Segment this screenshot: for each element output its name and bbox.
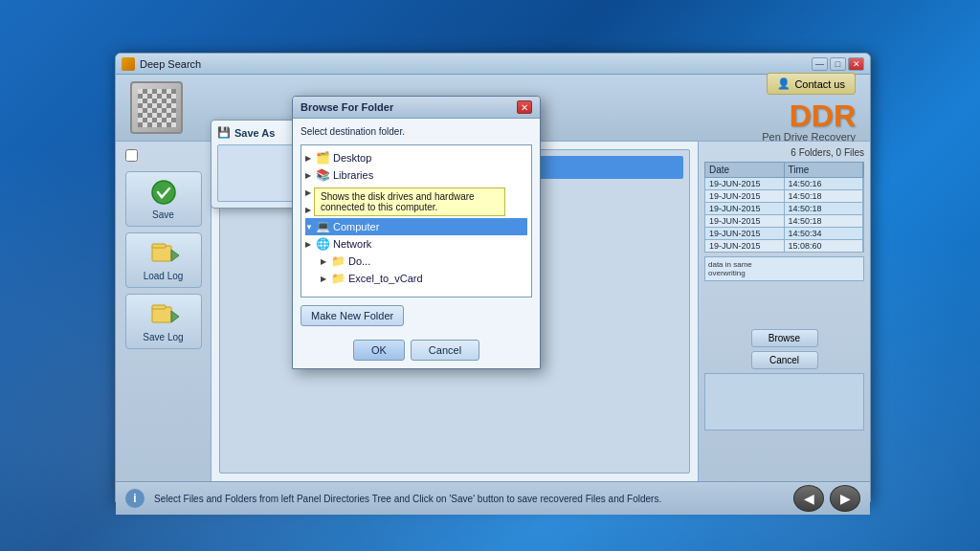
info-icon: i	[125, 489, 145, 508]
expand-arrow: ▶	[305, 240, 313, 249]
cancel-right-button[interactable]: Cancel	[751, 351, 818, 369]
tree-item-excel-vcard[interactable]: ▶ 📁 Excel_to_vCard	[305, 270, 527, 287]
network-label: Network	[333, 238, 371, 250]
expand-arrow: ▶	[321, 275, 328, 283]
time-cell: 14:50:34	[785, 228, 864, 239]
date-cell: 19-JUN-2015	[705, 190, 785, 202]
svg-marker-6	[171, 311, 179, 322]
browse-instruction: Select destination folder.	[301, 126, 532, 137]
browse-dialog: Browse For Folder ✕ Select destination f…	[292, 96, 541, 369]
browse-title: Browse For Folder	[301, 101, 393, 113]
time-cell: 14:50:18	[785, 215, 864, 227]
contact-button[interactable]: 👤 Contact us	[767, 73, 856, 95]
select-all-checkbox[interactable]	[125, 149, 138, 162]
table-row[interactable]: 19-JUN-201514:50:16	[704, 178, 864, 190]
table-header: Date Time	[704, 162, 864, 178]
close-button[interactable]: ✕	[848, 57, 864, 71]
window-controls: — □ ✕	[812, 57, 864, 71]
table-row[interactable]: 19-JUN-201514:50:18	[704, 203, 864, 215]
back-button[interactable]: ◀	[793, 485, 824, 512]
overwrite-note: data in sameoverwriting	[704, 256, 864, 281]
expand-arrow: ▶	[305, 154, 313, 163]
browse-close-button[interactable]: ✕	[517, 100, 532, 114]
svg-marker-3	[171, 250, 179, 261]
brand-name: DDR	[762, 100, 856, 131]
expand-arrow: ▶	[305, 206, 313, 214]
time-cell: 14:50:18	[785, 203, 864, 214]
computer-label: Computer	[333, 221, 379, 232]
time-cell: 14:50:18	[785, 190, 864, 202]
excel-vcard-label: Excel_to_vCard	[348, 273, 423, 284]
minimize-button[interactable]: —	[812, 57, 828, 71]
svg-point-0	[152, 181, 175, 204]
computer-icon: 💻	[316, 220, 330, 233]
load-log-button[interactable]: Load Log	[125, 232, 202, 288]
browse-button[interactable]: Browse	[751, 329, 818, 347]
time-cell: 15:08:60	[785, 240, 864, 252]
tree-item-do[interactable]: ▶ 📁 Do...	[305, 253, 527, 270]
save-icon	[146, 178, 181, 207]
contact-icon: 👤	[777, 77, 791, 90]
computer-tooltip: Shows the disk drives and hardware conne…	[314, 187, 505, 216]
save-as-label: Save As	[234, 127, 275, 139]
date-cell: 19-JUN-2015	[705, 178, 785, 189]
app-icon	[122, 57, 135, 71]
save-log-button[interactable]: Save Log	[125, 294, 202, 349]
save-log-icon	[146, 300, 181, 329]
tree-item-desktop[interactable]: ▶ 🗂️ Desktop	[305, 149, 527, 166]
save-as-icon: 💾	[217, 126, 231, 139]
browse-title-bar: Browse For Folder ✕	[293, 97, 540, 119]
tree-item-network[interactable]: ▶ 🌐 Network	[305, 235, 527, 253]
logo-box	[130, 81, 183, 134]
time-column-header: Time	[785, 163, 864, 177]
svg-rect-2	[152, 244, 166, 248]
browse-footer: OK Cancel	[293, 334, 540, 368]
date-cell: 19-JUN-2015	[705, 215, 785, 227]
navigation-buttons: ◀ ▶	[793, 485, 860, 512]
do-label: Do...	[348, 255, 370, 267]
status-message: Select Files and Folders from left Panel…	[154, 494, 661, 504]
sidebar: Save Load Log	[116, 142, 212, 481]
save-label: Save	[152, 209, 174, 220]
network-icon: 🌐	[316, 237, 330, 251]
file-count: 6 Folders, 0 Files	[704, 147, 864, 158]
cancel-button[interactable]: Cancel	[411, 340, 479, 361]
libraries-label: Libraries	[333, 169, 373, 181]
checkbox-row	[125, 149, 202, 162]
expand-arrow: ▶	[305, 188, 313, 197]
tree-item-computer[interactable]: ▼ 💻 Computer	[305, 218, 527, 235]
save-log-label: Save Log	[143, 332, 183, 342]
table-row[interactable]: 19-JUN-201514:50:18	[704, 190, 864, 203]
maximize-button[interactable]: □	[830, 57, 846, 71]
time-cell: 14:50:16	[785, 178, 864, 189]
folder-do-icon: 📁	[331, 254, 345, 268]
table-row[interactable]: 19-JUN-201514:50:34	[704, 228, 864, 240]
date-cell: 19-JUN-2015	[705, 240, 785, 252]
desktop-folder-icon: 🗂️	[316, 151, 330, 165]
save-button[interactable]: Save	[125, 171, 202, 227]
forward-button[interactable]: ▶	[830, 485, 860, 512]
status-bar: i Select Files and Folders from left Pan…	[116, 481, 870, 515]
table-row[interactable]: 19-JUN-201514:50:18	[704, 215, 864, 228]
desktop-label: Desktop	[333, 152, 371, 164]
date-cell: 19-JUN-2015	[705, 228, 785, 239]
libraries-icon: 📚	[316, 168, 330, 182]
table-row[interactable]: 19-JUN-201515:08:60	[704, 240, 864, 253]
browse-footer-left: Make New Folder	[293, 305, 540, 334]
load-log-icon	[146, 239, 181, 268]
tree-item-libraries[interactable]: ▶ 📚 Libraries	[305, 166, 527, 184]
ok-button[interactable]: OK	[353, 340, 405, 361]
folder-tree: ▶ 🗂️ Desktop ▶ 📚 Libraries ▶ 👥 Homegroup…	[301, 144, 532, 298]
folder-excel-icon: 📁	[331, 272, 345, 285]
make-new-folder-button[interactable]: Make New Folder	[301, 305, 404, 326]
expand-arrow: ▶	[305, 171, 313, 180]
svg-rect-5	[152, 305, 166, 309]
checkerboard-logo	[138, 89, 176, 127]
right-panel: 6 Folders, 0 Files Date Time 19-JUN-2015…	[698, 142, 870, 481]
expand-arrow: ▼	[305, 223, 313, 231]
date-cell: 19-JUN-2015	[705, 203, 785, 214]
file-table: 19-JUN-201514:50:1619-JUN-201514:50:1819…	[704, 178, 864, 253]
date-column-header: Date	[705, 163, 785, 177]
scrollbar-area[interactable]	[704, 373, 864, 430]
load-log-label: Load Log	[144, 271, 184, 281]
